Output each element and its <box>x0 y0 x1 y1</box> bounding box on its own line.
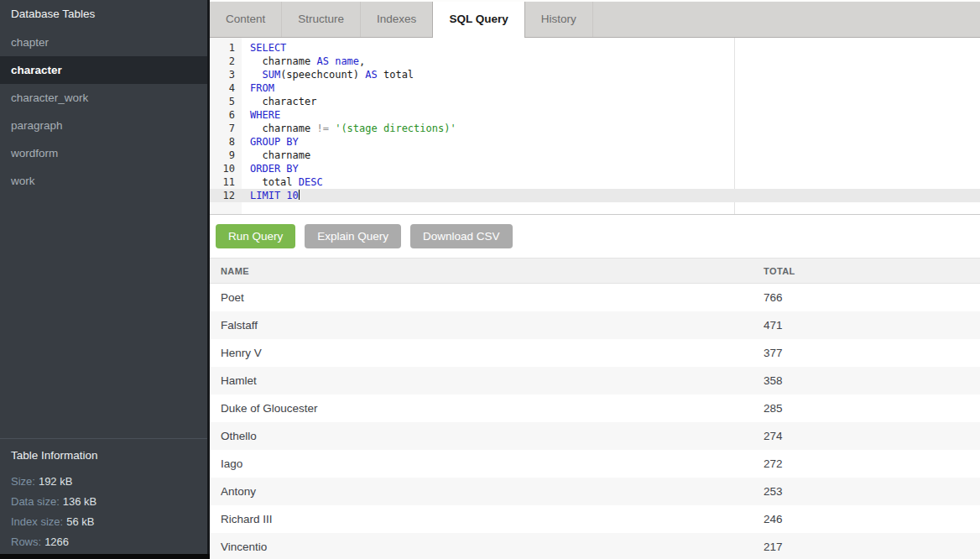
table-row[interactable]: Henry V377 <box>210 339 980 367</box>
sql-token: FROM <box>250 82 274 94</box>
result-name-cell: Falstaff <box>210 311 753 339</box>
line-number: 1 <box>210 41 242 55</box>
table-row[interactable]: Poet766 <box>210 284 980 311</box>
result-name-cell: Richard III <box>210 505 753 533</box>
result-name-cell: Othello <box>210 422 753 450</box>
code-text: WHERE <box>242 108 280 122</box>
table-row[interactable]: Iago272 <box>210 450 980 478</box>
table-row[interactable]: Antony253 <box>210 478 980 505</box>
line-number: 12 <box>210 189 242 202</box>
results-table: NAMETOTAL Poet766Falstaff471Henry V377Ha… <box>210 258 980 559</box>
result-total-cell: 253 <box>753 478 980 505</box>
editor-line: 4FROM <box>210 81 980 95</box>
sql-token: LIMIT 10 <box>250 190 299 201</box>
line-number: 8 <box>210 135 242 149</box>
sidebar-bottom-strip <box>0 554 210 559</box>
code-text: total DESC <box>242 175 323 189</box>
result-name-cell: Antony <box>210 478 753 505</box>
table-stat-label: Data size: <box>11 495 60 508</box>
result-total-cell: 274 <box>753 422 980 450</box>
sidebar-item-chapter[interactable]: chapter <box>0 29 207 56</box>
run-query-button[interactable]: Run Query <box>216 224 295 248</box>
sql-token: AS <box>365 69 377 81</box>
sql-token: total <box>378 69 414 81</box>
line-number: 10 <box>210 162 242 175</box>
sql-token: DESC <box>299 176 323 188</box>
sql-token: charname <box>250 123 316 134</box>
code-text: charname <box>242 149 310 162</box>
sidebar-item-character_work[interactable]: character_work <box>0 84 207 112</box>
table-list: chaptercharactercharacter_workparagraphw… <box>0 29 207 195</box>
table-row[interactable]: Duke of Gloucester285 <box>210 394 980 422</box>
results-header-row: NAMETOTAL <box>210 259 980 284</box>
sql-token: '(stage directions)' <box>335 123 456 134</box>
tab-history[interactable]: History <box>525 2 593 37</box>
sql-token: (speechcount) <box>280 69 365 81</box>
editor-line: 6WHERE <box>210 108 980 122</box>
table-row[interactable]: Othello274 <box>210 422 980 450</box>
tab-sql-query[interactable]: SQL Query <box>432 2 524 38</box>
sql-token: total <box>250 176 299 188</box>
editor-line: 1SELECT <box>210 41 980 55</box>
table-stat-value: 56 kB <box>66 515 94 528</box>
sql-token <box>250 69 262 81</box>
sidebar-item-wordform[interactable]: wordform <box>0 139 207 167</box>
result-name-cell: Vincentio <box>210 533 753 559</box>
line-number: 4 <box>210 81 242 95</box>
sidebar-item-paragraph[interactable]: paragraph <box>0 112 207 139</box>
code-text: SUM(speechcount) AS total <box>242 68 414 81</box>
sidebar-title: Database Tables <box>0 0 207 29</box>
sql-token: name <box>335 55 359 67</box>
tab-structure[interactable]: Structure <box>282 2 361 37</box>
line-number: 5 <box>210 95 242 108</box>
sql-token: ORDER BY <box>250 163 299 175</box>
download-csv-button[interactable]: Download CSV <box>410 224 513 248</box>
sql-token: AS <box>316 55 328 67</box>
query-toolbar: Run QueryExplain QueryDownload CSV <box>210 215 980 258</box>
sidebar-item-character[interactable]: character <box>0 56 207 84</box>
sql-token: charname <box>250 149 310 161</box>
table-stat: Size:192 kB <box>11 472 196 492</box>
line-number: 6 <box>210 108 242 122</box>
sql-token: != <box>316 123 328 134</box>
sql-token: , <box>359 55 365 67</box>
tab-bar: ContentStructureIndexesSQL QueryHistory <box>210 0 980 38</box>
editor-line: 7 charname != '(stage directions)' <box>210 122 980 135</box>
results-column-header-total: TOTAL <box>753 259 980 284</box>
tab-indexes[interactable]: Indexes <box>361 2 433 37</box>
editor-line: 3 SUM(speechcount) AS total <box>210 68 980 81</box>
result-total-cell: 285 <box>753 394 980 422</box>
line-number: 2 <box>210 55 242 68</box>
table-stat-value: 1266 <box>44 535 69 548</box>
code-text: charname != '(stage directions)' <box>242 122 456 135</box>
explain-query-button[interactable]: Explain Query <box>305 224 401 248</box>
results-area: NAMETOTAL Poet766Falstaff471Henry V377Ha… <box>210 258 980 559</box>
table-information-panel: Table Information Size:192 kBData size:1… <box>0 438 207 554</box>
result-name-cell: Henry V <box>210 339 753 367</box>
table-stat: Data size:136 kB <box>11 492 196 512</box>
code-text: charname AS name, <box>242 55 365 68</box>
sql-editor[interactable]: 1SELECT2 charname AS name,3 SUM(speechco… <box>210 38 980 215</box>
sql-token: character <box>250 96 316 107</box>
line-number: 3 <box>210 68 242 81</box>
table-row[interactable]: Hamlet358 <box>210 367 980 394</box>
main-panel: ContentStructureIndexesSQL QueryHistory … <box>210 0 980 559</box>
table-row[interactable]: Richard III246 <box>210 505 980 533</box>
table-row[interactable]: Falstaff471 <box>210 311 980 339</box>
text-cursor <box>299 190 300 200</box>
editor-line: 11 total DESC <box>210 175 980 189</box>
tab-content[interactable]: Content <box>210 2 282 37</box>
sql-token: SELECT <box>250 42 286 54</box>
sidebar-item-work[interactable]: work <box>0 167 207 195</box>
code-text: ORDER BY <box>242 162 299 175</box>
sql-token: GROUP BY <box>250 136 299 148</box>
sql-token: WHERE <box>250 109 280 121</box>
table-stat: Index size:56 kB <box>11 512 196 532</box>
result-total-cell: 471 <box>753 311 980 339</box>
table-row[interactable]: Vincentio217 <box>210 533 980 559</box>
sql-token: charname <box>250 55 316 67</box>
result-name-cell: Duke of Gloucester <box>210 394 753 422</box>
table-stat-value: 136 kB <box>63 495 96 508</box>
editor-line: 12LIMIT 10 <box>210 189 980 202</box>
table-information-stats: Size:192 kBData size:136 kBIndex size:56… <box>11 472 196 552</box>
